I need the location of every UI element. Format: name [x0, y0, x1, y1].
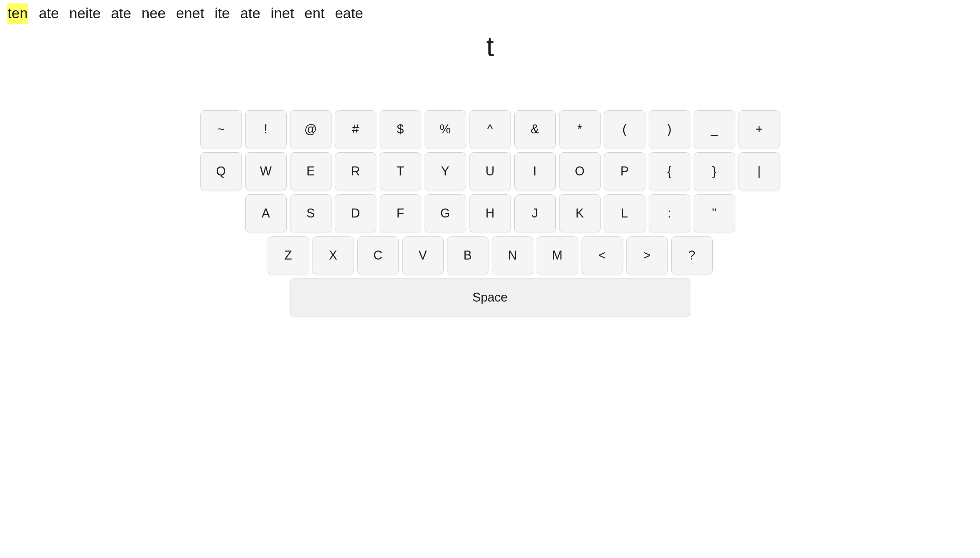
key-sym[interactable]: { [649, 152, 690, 190]
top-bar-item-0[interactable]: ten [7, 3, 28, 24]
space-bar-row: Space [290, 279, 690, 317]
space-key[interactable]: Space [290, 279, 690, 317]
key-sym[interactable]: ~ [201, 110, 242, 148]
keyboard-row-3: ASDFGHJKL:" [245, 194, 735, 232]
top-bar-item-10[interactable]: eate [335, 3, 363, 24]
key-F[interactable]: F [380, 194, 421, 232]
key-Z[interactable]: Z [268, 236, 309, 274]
top-bar-item-9[interactable]: ent [305, 3, 324, 24]
key-A[interactable]: A [245, 194, 287, 232]
key-sym[interactable]: _ [694, 110, 735, 148]
top-bar-item-3[interactable]: ate [111, 3, 131, 24]
key-sym[interactable]: | [738, 152, 780, 190]
key-sym[interactable]: $ [380, 110, 421, 148]
key-D[interactable]: D [335, 194, 376, 232]
key-V[interactable]: V [402, 236, 444, 274]
key-L[interactable]: L [604, 194, 646, 232]
key-S[interactable]: S [290, 194, 331, 232]
key-sym[interactable]: & [514, 110, 556, 148]
key-N[interactable]: N [492, 236, 533, 274]
top-bar-item-2[interactable]: neite [69, 3, 101, 24]
key-M[interactable]: M [537, 236, 578, 274]
key-Q[interactable]: Q [201, 152, 242, 190]
key-I[interactable]: I [514, 152, 556, 190]
key-sym[interactable]: ) [649, 110, 690, 148]
top-bar-item-8[interactable]: inet [271, 3, 294, 24]
top-bar-item-6[interactable]: ite [214, 3, 230, 24]
key-sym[interactable]: ( [604, 110, 646, 148]
key-sym[interactable]: @ [290, 110, 331, 148]
key-C[interactable]: C [357, 236, 399, 274]
top-bar-item-4[interactable]: nee [142, 3, 166, 24]
key-sym[interactable]: + [738, 110, 780, 148]
key-Y[interactable]: Y [425, 152, 466, 190]
key-sym[interactable]: } [694, 152, 735, 190]
key-sym[interactable]: > [626, 236, 668, 274]
key-B[interactable]: B [447, 236, 488, 274]
key-sym[interactable]: < [581, 236, 623, 274]
key-K[interactable]: K [559, 194, 601, 232]
key-sym[interactable]: ! [245, 110, 287, 148]
typed-char-display: t [0, 31, 980, 62]
key-W[interactable]: W [245, 152, 287, 190]
top-bar-item-7[interactable]: ate [240, 3, 260, 24]
key-O[interactable]: O [559, 152, 601, 190]
key-sym[interactable]: : [649, 194, 690, 232]
keyboard-container: ~!@#$%^&*()_+ QWERTYUIOP{}| ASDFGHJKL:" … [201, 110, 780, 317]
key-R[interactable]: R [335, 152, 376, 190]
key-J[interactable]: J [514, 194, 556, 232]
key-H[interactable]: H [469, 194, 511, 232]
key-sym[interactable]: # [335, 110, 376, 148]
key-E[interactable]: E [290, 152, 331, 190]
key-sym[interactable]: ^ [469, 110, 511, 148]
key-T[interactable]: T [380, 152, 421, 190]
top-bar-item-5[interactable]: enet [176, 3, 204, 24]
keyboard-row-4: ZXCVBNM<>? [268, 236, 713, 274]
key-sym[interactable]: " [694, 194, 735, 232]
keyboard-row-2: QWERTYUIOP{}| [201, 152, 780, 190]
top-bar: tenateneiteateneeenetiteateinetenteate [0, 0, 980, 27]
key-sym[interactable]: % [425, 110, 466, 148]
top-bar-item-1[interactable]: ate [39, 3, 59, 24]
key-sym[interactable]: * [559, 110, 601, 148]
key-X[interactable]: X [313, 236, 354, 274]
keyboard-row-1: ~!@#$%^&*()_+ [201, 110, 780, 148]
key-sym[interactable]: ? [671, 236, 713, 274]
key-U[interactable]: U [469, 152, 511, 190]
key-P[interactable]: P [604, 152, 646, 190]
key-G[interactable]: G [425, 194, 466, 232]
